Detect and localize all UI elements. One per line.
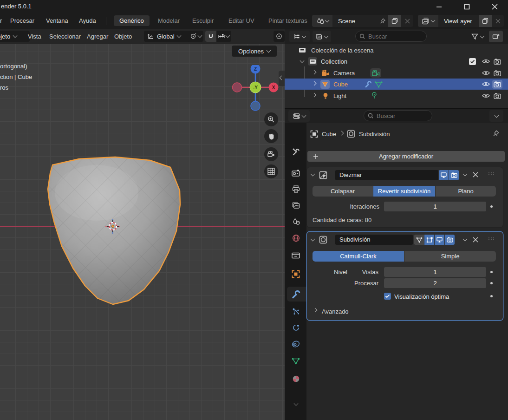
hide-eye-toggle[interactable] [482,81,490,88]
expand-chevron-icon[interactable] [312,70,317,75]
tab-esculpir[interactable]: Esculpir [187,15,219,26]
tab-particles[interactable] [291,307,300,316]
transform-orientation-selector[interactable]: Global [144,31,191,42]
iterations-field[interactable]: 1 [384,202,486,211]
outliner-filter-button[interactable] [468,31,487,42]
panel-collapse-chevron[interactable] [311,172,315,177]
mode-revertir-subdivision[interactable]: Revertir subdivisión [373,186,435,197]
tab-modifiers[interactable] [291,289,301,300]
tab-editar-uv[interactable]: Editar UV [223,15,260,26]
editor-type-properties-button[interactable] [288,110,310,122]
modifier-extras-chevron[interactable] [463,237,468,242]
modifier-name-field[interactable]: Subdivisión [335,235,413,245]
delete-modifier-button[interactable] [473,237,478,243]
remove-view-layer-button[interactable] [492,15,504,27]
hide-eye-toggle[interactable] [482,70,490,77]
maximize-button[interactable] [459,2,475,11]
outliner-search[interactable] [355,31,427,42]
show-viewport-toggle[interactable] [435,235,444,245]
viewport-canvas[interactable]: ortogonal) ction | Cube ros Opciones Z X [0,44,285,420]
sidebar-collapse-handle[interactable] [279,71,285,86]
options-button[interactable]: Opciones [232,46,277,57]
animate-dot[interactable] [490,295,493,297]
new-collection-button[interactable] [489,31,503,42]
pin-id-button[interactable] [492,130,500,137]
mode-plano[interactable]: Plano [436,186,496,197]
show-viewport-toggle[interactable] [439,170,449,180]
navigation-gizmo[interactable]: Z X -Y [232,65,279,112]
pivot-point-selector[interactable] [188,31,203,42]
levels-viewport-field[interactable]: 1 [384,267,486,277]
tab-material[interactable] [291,374,300,383]
unlink-scene-button[interactable] [401,15,413,27]
panel-collapse-chevron[interactable] [311,237,315,242]
exclude-checkbox[interactable] [469,58,476,65]
scene-name[interactable]: Scene [332,18,377,25]
minimize-button[interactable] [431,2,447,11]
view-layer-type-button[interactable] [418,15,438,27]
disable-render-toggle[interactable] [493,58,501,65]
expand-chevron-icon[interactable] [312,81,317,86]
breadcrumb-object[interactable]: Cube [322,131,336,138]
animate-dot[interactable] [490,282,493,284]
menu-ventana[interactable]: Ventana [43,17,71,24]
snap-toggle[interactable] [205,31,216,42]
breadcrumb-item[interactable]: Subdivisión [359,131,390,138]
disable-render-toggle[interactable] [493,92,501,99]
ortho-toggle-button[interactable] [264,164,278,178]
tab-physics[interactable] [291,323,300,332]
disable-render-toggle[interactable] [493,70,501,77]
advanced-label[interactable]: Avanzado [322,308,349,315]
modifier-extras-chevron[interactable] [463,172,468,177]
tab-pintar-texturas[interactable]: Pintar texturas [263,15,317,26]
tab-collection[interactable] [291,251,300,260]
show-on-cage-toggle[interactable] [424,235,434,245]
properties-search-input[interactable] [376,112,428,120]
outliner-row-collection[interactable]: Collection [285,56,508,67]
outliner-display-mode-button[interactable] [313,31,331,42]
show-render-toggle[interactable] [445,235,455,245]
advanced-expand-chevron[interactable] [313,308,318,313]
tab-object-data[interactable] [291,356,300,366]
outliner-row-light[interactable]: Light [285,90,508,101]
levels-render-field[interactable]: 2 [384,278,486,288]
close-button[interactable] [487,2,502,11]
outliner-search-input[interactable] [367,33,423,40]
tab-object[interactable] [291,269,300,279]
animate-dot[interactable] [490,205,493,208]
tab-world[interactable] [291,233,300,243]
menu-objeto[interactable]: Objeto [111,33,135,40]
hide-eye-toggle[interactable] [482,92,490,99]
properties-options-button[interactable] [489,110,503,122]
scene-type-button[interactable] [312,15,332,27]
snap-target-selector[interactable] [216,31,231,42]
editor-type-outliner-button[interactable] [289,31,310,42]
modifier-name-field[interactable]: Diezmar [335,170,438,180]
mode-simple[interactable]: Simple [404,251,496,262]
properties-search[interactable] [364,110,432,121]
collapse-chevron-icon[interactable] [300,59,305,63]
pan-button[interactable] [264,129,278,143]
tab-strip-overflow[interactable] [291,401,300,407]
hide-eye-toggle[interactable] [482,58,490,65]
new-view-layer-button[interactable] [479,15,492,27]
show-render-toggle[interactable] [449,170,459,180]
menu-procesar[interactable]: Procesar [7,17,37,24]
add-modifier-button[interactable]: Agregar modificador [307,151,505,162]
zoom-button[interactable] [264,112,278,126]
optimal-display-checkbox[interactable] [384,293,391,300]
menu-agregar[interactable]: Agregar [84,33,111,40]
tab-output[interactable] [291,184,300,194]
outliner-row-camera[interactable]: Camera [285,67,508,79]
disable-render-toggle[interactable] [492,80,502,89]
menu-editar-fragment[interactable]: r [0,17,5,24]
delete-modifier-button[interactable] [473,172,478,177]
expand-chevron-icon[interactable] [312,93,317,98]
mode-colapsar[interactable]: Colapsar [313,186,373,197]
pin-button[interactable] [377,15,388,27]
tab-generico[interactable]: Genérico [114,15,150,26]
outliner-row-cube[interactable]: Cube [285,79,508,90]
tab-scene[interactable] [291,217,300,226]
new-scene-button[interactable] [388,15,401,27]
mode-catmull-clark[interactable]: Catmull-Clark [313,251,404,262]
